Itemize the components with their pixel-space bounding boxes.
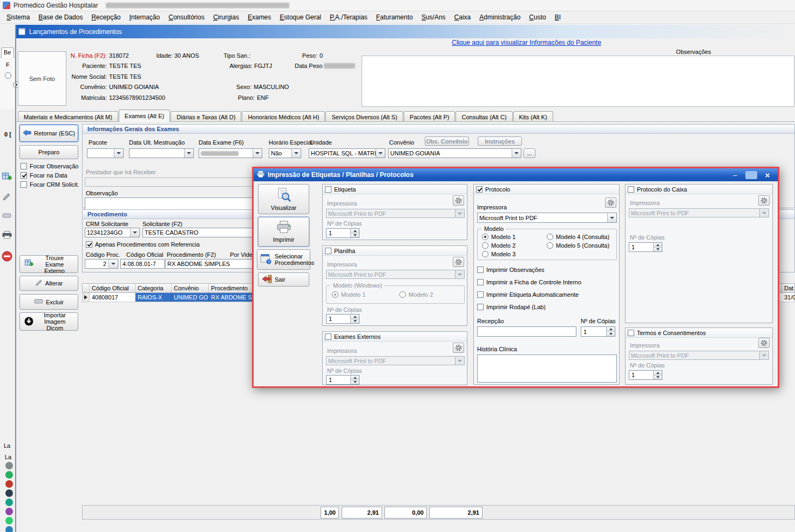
- protocolo-copies-spinner[interactable]: 1: [581, 326, 615, 337]
- menu-item-pa-terapias[interactable]: P.A./Terapias: [325, 11, 372, 23]
- minimize-icon[interactable]: –: [728, 170, 742, 180]
- crm-solicitante-combo[interactable]: 12341234GO: [85, 228, 140, 237]
- cell-convenio[interactable]: UNIMED GOI: [172, 293, 209, 302]
- tab-kits[interactable]: Kits (Alt K): [513, 111, 553, 122]
- printer-small-icon[interactable]: [2, 231, 13, 242]
- excluir-button[interactable]: Excluir: [19, 294, 78, 310]
- protocolo-caixa-copies-spinner[interactable]: 1: [629, 242, 662, 252]
- patient-info-link[interactable]: Clique aqui para visualizar Informações …: [452, 39, 601, 46]
- menu-item-administracao[interactable]: Administração: [475, 11, 525, 23]
- cell-data[interactable]: 31/0: [782, 293, 795, 302]
- background-app-icon-4[interactable]: [5, 489, 13, 497]
- unidade-combo[interactable]: HOSPITAL SQL - MATRIZ: [309, 148, 385, 158]
- codigo-oficial-input[interactable]: 4.08.08.01-7: [120, 259, 165, 269]
- cell-categoria[interactable]: RAIOS-X: [135, 293, 172, 302]
- protocolo-printer-combo[interactable]: Microsoft Print to PDF: [477, 213, 617, 223]
- protocolo-modelo-2-radio[interactable]: Modelo 2: [482, 242, 515, 249]
- tab-materiais-e-medicamentos[interactable]: Materiais e Medicamentos (Alt M): [18, 111, 118, 122]
- background-app-icon-7[interactable]: [5, 517, 13, 524]
- gear-icon[interactable]: [453, 195, 464, 206]
- menu-item-bi[interactable]: BI: [551, 11, 565, 23]
- convenio-more-button[interactable]: ...: [524, 148, 535, 158]
- sair-button[interactable]: Sair: [258, 272, 309, 287]
- menu-item-base-de-dados[interactable]: Base de Dados: [34, 11, 87, 23]
- menu-item-estoque-geral[interactable]: Estoque Geral: [275, 11, 325, 23]
- data-exame-combo[interactable]: [199, 148, 262, 158]
- eraser-icon[interactable]: [2, 213, 13, 223]
- data-ult-mestruacao-combo[interactable]: [129, 148, 194, 158]
- selecionar-procedimentos-button[interactable]: ? Selecionar Procedimentos: [257, 249, 310, 270]
- gear-icon[interactable]: [758, 195, 770, 206]
- menu-item-cirurgias[interactable]: Cirurgias: [209, 11, 243, 23]
- pacote-combo[interactable]: [87, 148, 124, 158]
- etiqueta-printer-combo[interactable]: Microsoft Print to PDF: [326, 209, 465, 218]
- etiqueta-checkbox[interactable]: [325, 186, 331, 193]
- gear-icon[interactable]: [605, 197, 616, 208]
- etiqueta-copies-spinner[interactable]: 1: [326, 228, 359, 238]
- add-icon[interactable]: [2, 173, 13, 183]
- protocolo-checkbox[interactable]: [476, 186, 483, 193]
- termos-copies-spinner[interactable]: 1: [629, 370, 662, 380]
- cell-codigo-oficial[interactable]: 40808017: [90, 293, 135, 302]
- imprimir-rodape-checkbox[interactable]: Imprimir Rodapé (Lab): [477, 304, 546, 310]
- imprimir-observacoes-checkbox[interactable]: Imprimir Observações: [477, 267, 545, 273]
- record-icon[interactable]: [1, 250, 12, 261]
- imprimir-button[interactable]: Imprimir: [258, 217, 309, 247]
- grid-header-codigo-oficial[interactable]: Código Oficial: [90, 284, 135, 292]
- tab-consultas[interactable]: Consultas (Alt C): [456, 111, 512, 122]
- menu-item-faturamento[interactable]: Faturamento: [372, 11, 417, 23]
- planilha-copies-spinner[interactable]: 1: [326, 314, 359, 324]
- background-app-icon-6[interactable]: [5, 508, 13, 515]
- codigo-proc-combo[interactable]: 2: [85, 259, 118, 269]
- tab-honorarios-medicos[interactable]: Honorários Médicos (Alt H): [242, 111, 325, 122]
- close-icon[interactable]: ×: [760, 170, 774, 180]
- planilha-checkbox[interactable]: [325, 248, 331, 254]
- focar-crm-checkbox[interactable]: Focar CRM Solicit.: [21, 181, 79, 188]
- maximize-icon[interactable]: [745, 171, 757, 179]
- importar-dicom-button[interactable]: Importar Imagem Dicom: [19, 312, 78, 331]
- obs-convenio-button[interactable]: Obs. Convênio: [425, 137, 469, 146]
- protocolo-modelo-3-radio[interactable]: Modelo 3: [482, 251, 515, 257]
- trouxe-exame-button[interactable]: Trouxe Exame Externo: [19, 255, 78, 273]
- observacoes-box[interactable]: [362, 56, 794, 107]
- convenio-combo[interactable]: UNIMED GOIANIA: [388, 148, 521, 158]
- preparo-button[interactable]: Preparo: [19, 145, 78, 159]
- background-app-icon-1[interactable]: [5, 462, 13, 469]
- menu-item-custo[interactable]: Custo: [525, 11, 550, 23]
- focar-na-data-checkbox[interactable]: Focar na Data: [21, 172, 67, 179]
- dialog-titlebar[interactable]: Impressão de Etiquetas / Planilhas / Pro…: [254, 168, 778, 181]
- imprimir-etiqueta-auto-checkbox[interactable]: Imprimir Etiqueta Automaticamente: [477, 291, 579, 298]
- exames-externos-checkbox[interactable]: [325, 333, 331, 340]
- background-app-icon-3[interactable]: [5, 480, 13, 488]
- grid-header-convenio[interactable]: Convênio: [172, 284, 209, 292]
- tab-servicos-diversos[interactable]: Serviços Diversos (Alt S): [325, 111, 403, 122]
- grid-header-data[interactable]: Dat: [782, 284, 795, 292]
- background-radio-1[interactable]: [5, 72, 11, 79]
- visualizar-button[interactable]: Visualizar: [258, 184, 309, 214]
- termos-printer-combo[interactable]: Microsoft Print to PDF: [629, 351, 769, 360]
- menu-item-internacao[interactable]: Internação: [125, 11, 164, 23]
- menu-item-recepcao[interactable]: Recepção: [87, 11, 125, 23]
- planilha-modelo-1-radio[interactable]: Modelo 1: [332, 291, 365, 298]
- tab-pacotes[interactable]: Pacotes (Alt P): [404, 111, 455, 122]
- tab-exames[interactable]: Exames (Alt E): [119, 110, 170, 122]
- recepcao-input[interactable]: [477, 326, 576, 337]
- protocolo-caixa-printer-combo[interactable]: Microsoft Print to PDF: [629, 208, 769, 217]
- gear-icon[interactable]: [758, 338, 770, 348]
- menu-item-exames[interactable]: Exames: [243, 11, 275, 23]
- referencia-checkbox[interactable]: Apenas Procedimentos com Referencia: [86, 241, 200, 248]
- planilha-modelo-2-radio[interactable]: Modelo 2: [399, 291, 433, 298]
- historia-clinica-textarea[interactable]: [477, 354, 617, 383]
- alterar-button[interactable]: Alterar: [19, 276, 78, 291]
- protocolo-modelo-4-radio[interactable]: Modelo 4 (Consulta): [547, 234, 609, 240]
- protocolo-caixa-checkbox[interactable]: [628, 186, 634, 193]
- retornar-button[interactable]: Retornar (ESC): [19, 125, 78, 142]
- gear-icon[interactable]: [453, 343, 464, 353]
- exames-externos-copies-spinner[interactable]: 1: [326, 375, 359, 385]
- termos-checkbox[interactable]: [628, 330, 634, 336]
- horario-especial-combo[interactable]: Não: [269, 148, 301, 158]
- exames-externos-printer-combo[interactable]: Microsoft Print to PDF: [326, 356, 465, 365]
- imprimir-ficha-checkbox[interactable]: Imprimir a Ficha de Controle Interno: [477, 279, 581, 285]
- menu-item-consultorios[interactable]: Consultórios: [164, 11, 209, 23]
- planilha-printer-combo[interactable]: Microsoft Print to PDF: [326, 270, 465, 279]
